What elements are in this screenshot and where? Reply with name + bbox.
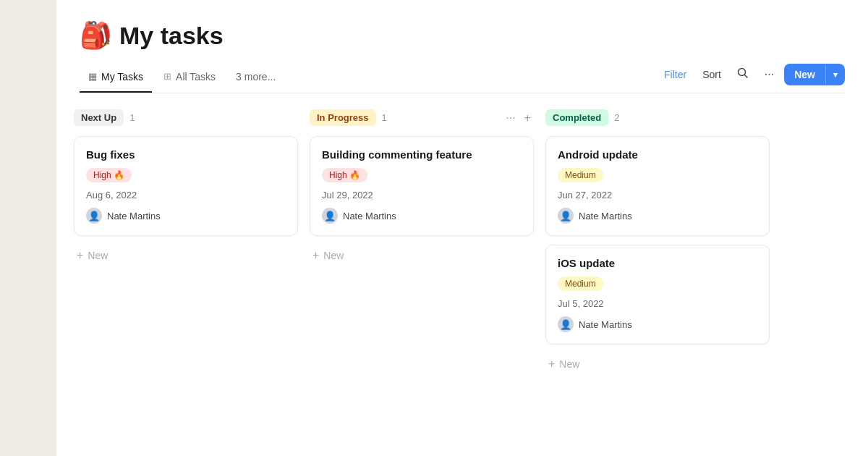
tabs-right: Filter Sort ··· New ▾ bbox=[658, 64, 845, 93]
add-new-label-completed: New bbox=[559, 358, 579, 370]
add-new-completed[interactable]: +New bbox=[545, 353, 770, 375]
tab-more[interactable]: 3 more... bbox=[227, 65, 284, 93]
assignee-name-android-update: Nate Martins bbox=[579, 211, 632, 221]
assignee-name-bug-fixes: Nate Martins bbox=[107, 211, 161, 221]
task-title-android-update: Android update bbox=[558, 148, 757, 161]
task-title-building-commenting: Building commenting feature bbox=[322, 148, 522, 161]
add-plus-icon-in-progress: + bbox=[312, 249, 319, 262]
column-header-completed: Completed2 bbox=[545, 108, 770, 127]
task-card-bug-fixes[interactable]: Bug fixesHigh 🔥Aug 6, 2022👤Nate Martins bbox=[74, 136, 298, 236]
page-title-row: 🎒 My tasks bbox=[80, 20, 845, 51]
task-assignee-ios-update: 👤Nate Martins bbox=[558, 316, 757, 332]
task-card-android-update[interactable]: Android updateMediumJun 27, 2022👤Nate Ma… bbox=[545, 136, 770, 236]
add-plus-icon-completed: + bbox=[548, 358, 555, 371]
column-next-up: Next Up1Bug fixesHigh 🔥Aug 6, 2022👤Nate … bbox=[74, 108, 298, 442]
task-date-ios-update: Jul 5, 2022 bbox=[558, 298, 757, 309]
more-options-button[interactable]: ··· bbox=[759, 65, 780, 84]
tabs-bar: ▦ My Tasks ⊞ All Tasks 3 more... Filter … bbox=[80, 64, 845, 93]
avatar-building-commenting: 👤 bbox=[322, 208, 338, 224]
sidebar bbox=[0, 0, 56, 456]
column-add-btn-in-progress[interactable]: + bbox=[522, 111, 534, 125]
column-more-btn-in-progress[interactable]: ··· bbox=[503, 111, 518, 125]
page-emoji: 🎒 bbox=[80, 20, 112, 51]
add-new-in-progress[interactable]: +New bbox=[310, 245, 534, 266]
add-new-next-up[interactable]: +New bbox=[74, 245, 298, 266]
tabs-left: ▦ My Tasks ⊞ All Tasks 3 more... bbox=[80, 65, 658, 92]
column-header-next-up: Next Up1 bbox=[74, 108, 298, 127]
task-title-ios-update: iOS update bbox=[558, 257, 757, 269]
new-button-chevron-icon[interactable]: ▾ bbox=[825, 65, 845, 85]
tab-my-tasks-label: My Tasks bbox=[101, 71, 143, 83]
priority-badge-ios-update: Medium bbox=[558, 276, 603, 291]
search-button[interactable] bbox=[731, 64, 754, 85]
column-count-in-progress: 1 bbox=[382, 112, 387, 123]
tab-my-tasks[interactable]: ▦ My Tasks bbox=[80, 65, 152, 93]
priority-badge-bug-fixes: High 🔥 bbox=[86, 168, 132, 182]
task-card-ios-update[interactable]: iOS updateMediumJul 5, 2022👤Nate Martins bbox=[545, 245, 770, 345]
board-area: Next Up1Bug fixesHigh 🔥Aug 6, 2022👤Nate … bbox=[56, 93, 868, 456]
new-button[interactable]: New ▾ bbox=[784, 64, 845, 85]
column-count-next-up: 1 bbox=[129, 112, 135, 123]
task-date-android-update: Jun 27, 2022 bbox=[558, 190, 757, 200]
column-header-in-progress: In Progress1···+ bbox=[310, 108, 534, 127]
task-date-bug-fixes: Aug 6, 2022 bbox=[86, 190, 286, 200]
page-header: 🎒 My tasks ▦ My Tasks ⊞ All Tasks 3 more… bbox=[56, 0, 868, 93]
add-new-label-next-up: New bbox=[88, 250, 108, 261]
task-assignee-android-update: 👤Nate Martins bbox=[558, 208, 757, 224]
my-tasks-icon: ▦ bbox=[88, 71, 97, 82]
priority-badge-building-commenting: High 🔥 bbox=[322, 168, 367, 182]
task-assignee-building-commenting: 👤Nate Martins bbox=[322, 208, 522, 224]
priority-badge-android-update: Medium bbox=[558, 168, 603, 182]
svg-line-1 bbox=[744, 75, 747, 78]
avatar-android-update: 👤 bbox=[558, 208, 574, 224]
column-count-completed: 2 bbox=[614, 112, 619, 123]
all-tasks-icon: ⊞ bbox=[163, 71, 171, 82]
task-card-building-commenting[interactable]: Building commenting featureHigh 🔥Jul 29,… bbox=[310, 136, 534, 236]
tab-all-tasks[interactable]: ⊞ All Tasks bbox=[155, 65, 224, 93]
task-date-building-commenting: Jul 29, 2022 bbox=[322, 190, 522, 200]
column-badge-completed: Completed bbox=[545, 109, 608, 126]
filter-button[interactable]: Filter bbox=[658, 66, 692, 83]
tab-all-tasks-label: All Tasks bbox=[176, 71, 216, 83]
column-completed: Completed2Android updateMediumJun 27, 20… bbox=[545, 108, 770, 442]
task-assignee-bug-fixes: 👤Nate Martins bbox=[86, 208, 286, 224]
column-actions-in-progress: ···+ bbox=[503, 111, 534, 125]
assignee-name-building-commenting: Nate Martins bbox=[343, 211, 396, 221]
add-new-label-in-progress: New bbox=[323, 250, 344, 261]
sort-button[interactable]: Sort bbox=[697, 66, 727, 83]
add-plus-icon-next-up: + bbox=[77, 249, 83, 262]
page-title: My tasks bbox=[119, 22, 224, 50]
column-badge-next-up: Next Up bbox=[74, 109, 124, 126]
avatar-bug-fixes: 👤 bbox=[86, 208, 102, 224]
task-title-bug-fixes: Bug fixes bbox=[86, 148, 286, 161]
column-badge-in-progress: In Progress bbox=[310, 109, 376, 126]
assignee-name-ios-update: Nate Martins bbox=[579, 319, 632, 330]
avatar-ios-update: 👤 bbox=[558, 316, 574, 332]
main-content: 🎒 My tasks ▦ My Tasks ⊞ All Tasks 3 more… bbox=[56, 0, 868, 456]
column-in-progress: In Progress1···+Building commenting feat… bbox=[310, 108, 534, 442]
tab-more-label: 3 more... bbox=[236, 71, 276, 83]
new-button-label: New bbox=[784, 64, 825, 85]
